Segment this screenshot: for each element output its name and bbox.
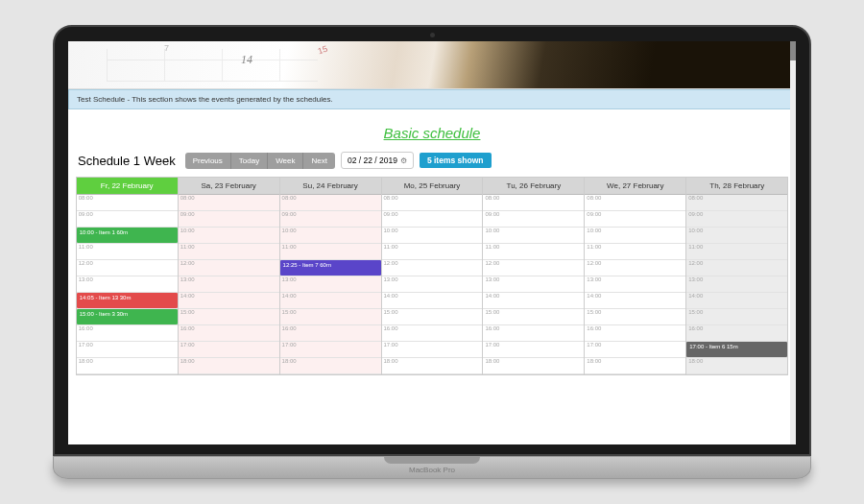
time-slot[interactable]: 16:00 (179, 325, 279, 342)
time-slot[interactable]: 14:00 (585, 293, 685, 309)
time-slot[interactable]: 13:00 (179, 276, 279, 293)
time-slot[interactable]: 13:00 (382, 276, 483, 293)
day-header[interactable]: Mo, 25 February (382, 178, 483, 195)
time-slot[interactable]: 15:00 (483, 309, 584, 325)
day-header[interactable]: Fr, 22 February (77, 178, 178, 195)
time-slot[interactable]: 11:00 (179, 244, 279, 260)
time-slot[interactable]: 12:00 (585, 260, 685, 276)
time-slot[interactable]: 09:00 (483, 211, 584, 228)
time-slot[interactable]: 13:00 (280, 276, 381, 293)
time-slot[interactable]: 09:00 (179, 211, 279, 228)
time-slot[interactable]: 08:00 (382, 195, 483, 211)
time-slot[interactable]: 10:00 (382, 228, 483, 244)
next-button[interactable]: Next (303, 153, 334, 169)
time-slot[interactable]: 14:00 (382, 293, 483, 309)
time-slot[interactable]: 12:0012:25 - Item 7 60m (280, 260, 381, 276)
time-slot[interactable]: 08:00 (585, 195, 685, 211)
time-slot[interactable]: 16:00 (686, 325, 787, 342)
calendar-event[interactable]: 10:00 - Item 1 60m (77, 228, 178, 243)
time-slot[interactable]: 12:00 (483, 260, 584, 276)
time-slot[interactable]: 17:00 (77, 342, 178, 358)
time-slot[interactable]: 16:00 (280, 325, 381, 342)
time-slot[interactable]: 18:00 (585, 358, 685, 374)
day-header[interactable]: Sa, 23 February (179, 178, 279, 195)
time-slot[interactable]: 10:00 (686, 228, 787, 244)
basic-schedule-link[interactable]: Basic schedule (384, 125, 481, 141)
calendar-event[interactable]: 17:00 - Item 6 15m (686, 342, 787, 357)
time-slot[interactable]: 10:00 (179, 228, 279, 244)
time-slot[interactable]: 15:00 (179, 309, 279, 325)
time-slot[interactable]: 13:00 (686, 276, 787, 293)
time-slot[interactable]: 14:00 (686, 293, 787, 309)
time-slot[interactable]: 14:0014:05 - Item 13 30m (77, 293, 178, 309)
time-slot[interactable]: 15:0015:00 - Item 3 30m (77, 309, 178, 325)
time-slot[interactable]: 17:00 (179, 342, 279, 358)
time-slot[interactable]: 15:00 (382, 309, 483, 325)
scrollbar-thumb[interactable] (790, 41, 796, 60)
time-slot[interactable]: 12:00 (382, 260, 483, 276)
time-slot[interactable]: 14:00 (280, 293, 381, 309)
screen-bezel: 7 14 15 Test Schedule - This section sho… (53, 25, 811, 456)
time-slot[interactable]: 09:00 (77, 211, 178, 228)
calendar-event[interactable]: 14:05 - Item 13 30m (77, 293, 178, 308)
time-slot[interactable]: 16:00 (382, 325, 483, 342)
time-slot[interactable]: 18:00 (179, 358, 279, 374)
time-slot[interactable]: 17:00 (382, 342, 483, 358)
time-slot[interactable]: 10:00 (280, 228, 381, 244)
time-slot[interactable]: 13:00 (483, 276, 584, 293)
calendar-event[interactable]: 15:00 - Item 3 30m (77, 309, 178, 324)
time-slot[interactable]: 15:00 (686, 309, 787, 325)
time-slot[interactable]: 11:00 (77, 244, 178, 260)
date-input[interactable]: 02 / 22 / 2019 ⚙ (341, 152, 414, 169)
time-slot[interactable]: 09:00 (585, 211, 685, 228)
time-slot[interactable]: 11:00 (585, 244, 685, 260)
time-slot[interactable]: 14:00 (179, 293, 279, 309)
today-button[interactable]: Today (231, 153, 268, 169)
time-slot[interactable]: 15:00 (585, 309, 685, 325)
previous-button[interactable]: Previous (185, 153, 231, 169)
time-slot[interactable]: 11:00 (280, 244, 381, 260)
time-slot[interactable]: 17:00 (280, 342, 381, 358)
time-slot[interactable]: 08:00 (179, 195, 279, 211)
calendar-event[interactable]: 12:25 - Item 7 60m (280, 260, 381, 276)
time-slot[interactable]: 17:00 (483, 342, 584, 358)
time-slot[interactable]: 15:00 (280, 309, 381, 325)
time-slot[interactable]: 16:00 (483, 325, 584, 342)
time-slot[interactable]: 09:00 (686, 211, 787, 228)
time-slot[interactable]: 18:00 (77, 358, 178, 374)
scrollbar-vertical[interactable] (790, 41, 796, 444)
time-slot[interactable]: 08:00 (280, 195, 381, 211)
time-slot[interactable]: 17:00 (585, 342, 685, 358)
time-slot[interactable]: 18:00 (483, 358, 584, 374)
time-slot[interactable]: 08:00 (686, 195, 787, 211)
day-header[interactable]: Tu, 26 February (483, 178, 584, 195)
time-slot[interactable]: 09:00 (280, 211, 381, 228)
time-slot[interactable]: 16:00 (585, 325, 685, 342)
time-slot[interactable]: 18:00 (382, 358, 483, 374)
time-slot[interactable]: 11:00 (382, 244, 483, 260)
day-header[interactable]: We, 27 February (585, 178, 685, 195)
time-slot[interactable]: 10:00 (585, 228, 685, 244)
time-slot[interactable]: 14:00 (483, 293, 584, 309)
time-slot[interactable]: 08:00 (77, 195, 178, 211)
time-slot[interactable]: 11:00 (686, 244, 787, 260)
time-slot[interactable]: 18:00 (686, 358, 787, 374)
time-slot[interactable]: 18:00 (280, 358, 381, 374)
time-slot[interactable]: 11:00 (483, 244, 584, 260)
time-slot[interactable]: 13:00 (585, 276, 685, 293)
time-slot[interactable]: 12:00 (77, 260, 178, 276)
time-slot[interactable]: 17:0017:00 - Item 6 15m (686, 342, 787, 358)
time-slot[interactable]: 10:00 (483, 228, 584, 244)
day-column: Sa, 23 February08:0009:0010:0011:0012:00… (179, 178, 280, 374)
day-header[interactable]: Su, 24 February (280, 178, 381, 195)
gear-icon[interactable]: ⚙ (400, 156, 407, 165)
week-button[interactable]: Week (268, 153, 303, 169)
time-slot[interactable]: 08:00 (483, 195, 584, 211)
time-slot[interactable]: 10:0010:00 - Item 1 60m (77, 228, 178, 244)
time-slot[interactable]: 09:00 (382, 211, 483, 228)
day-header[interactable]: Th, 28 February (686, 178, 787, 195)
time-slot[interactable]: 13:00 (77, 276, 178, 293)
time-slot[interactable]: 12:00 (179, 260, 279, 276)
time-slot[interactable]: 12:00 (686, 260, 787, 276)
time-slot[interactable]: 16:00 (77, 325, 178, 342)
